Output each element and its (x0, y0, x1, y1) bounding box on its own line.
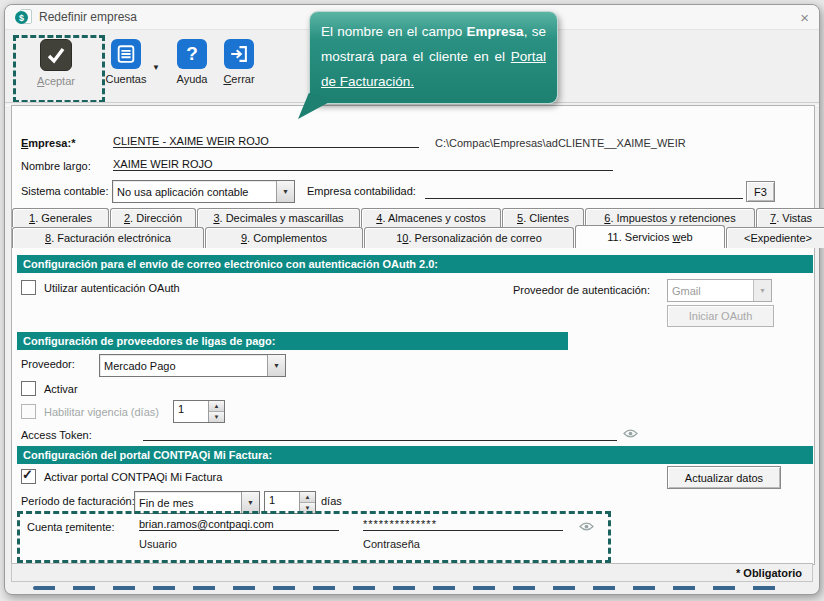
empresa-contabilidad-label: Empresa contabilidad: (307, 185, 416, 197)
tab-label: 9. Complementos (241, 232, 327, 244)
tab-servicios-web[interactable]: 11. Servicios web (575, 225, 725, 248)
sistema-contable-label: Sistema contable: (21, 185, 108, 197)
iniciar-oauth-button: Iniciar OAuth (667, 305, 774, 327)
aceptar-label: Aceptar (37, 75, 75, 87)
tab-label: 8. Facturación electrónica (45, 232, 171, 244)
habilitar-vigencia-row: Habilitar vigencia (días) (21, 404, 159, 419)
bottom-dashed-annotation (33, 586, 791, 590)
tab-label: 2. Dirección (124, 212, 182, 224)
contrasena-input[interactable]: ************** (363, 518, 563, 531)
show-token-eye-icon[interactable] (623, 428, 638, 439)
spinner-up-icon[interactable]: ▲ (300, 492, 315, 503)
tab-label: 3. Decimales y mascarillas (213, 212, 343, 224)
contrasena-label: Contraseña (363, 538, 420, 550)
proveedor-value: Mercado Pago (100, 360, 267, 372)
tab-label: 7. Vistas (770, 212, 812, 224)
tab-decimales-mascarillas[interactable]: 3. Decimales y mascarillas (197, 208, 360, 227)
spinner-down-icon[interactable]: ▼ (209, 412, 224, 422)
activar-portal-checkbox[interactable] (21, 469, 36, 484)
aceptar-button[interactable]: Aceptar (21, 39, 91, 87)
tab-personalizacion-correo[interactable]: 10. Personalización de correo (364, 227, 574, 248)
status-bar: * Obligatorio (11, 563, 813, 582)
spinner-up-icon[interactable]: ▲ (209, 401, 224, 412)
spinner-buttons[interactable]: ▲▼ (299, 492, 315, 513)
chevron-down-icon[interactable]: ▼ (276, 181, 294, 202)
tab-expediente[interactable]: <Expediente> (726, 227, 824, 248)
proveedor-label: Proveedor: (21, 358, 75, 370)
cuenta-remitente-label: Cuenta remitente: (27, 521, 114, 533)
access-token-input[interactable] (143, 425, 617, 441)
tab-complementos[interactable]: 9. Complementos (205, 227, 363, 248)
payment-section-header: Configuración de proveedores de ligas de… (17, 332, 568, 350)
utilizar-oauth-row: Utilizar autenticación OAuth (21, 280, 180, 295)
redefinir-empresa-window: $ Redefinir empresa × Aceptar Cuentas ▼ … (4, 4, 820, 595)
ayuda-label: Ayuda (177, 73, 208, 85)
sistema-contable-select[interactable]: No usa aplicación contable ▼ (112, 180, 295, 203)
proveedor-autenticacion-label: Proveedor de autenticación: (513, 284, 650, 296)
vigencia-value: 1 (174, 401, 208, 422)
obligatorio-note: * Obligatorio (736, 567, 802, 579)
tab-label: 6. Impuestos y retenciones (604, 212, 735, 224)
empresa-input[interactable]: CLIENTE - XAIME WEIR ROJO (113, 135, 419, 148)
utilizar-oauth-checkbox[interactable] (21, 280, 36, 295)
spinner-buttons[interactable]: ▲▼ (208, 401, 224, 422)
tab-almacenes-costos[interactable]: 4. Almacenes y costos (361, 208, 501, 227)
empresa-tooltip: El nombre en el campo Empresa, se mostra… (309, 11, 558, 104)
cerrar-button[interactable]: Cerrar (204, 39, 274, 85)
tab-label: 1. Generales (29, 212, 92, 224)
nombre-largo-input[interactable]: XAIME WEIR ROJO (113, 158, 613, 171)
accept-check-icon (40, 39, 72, 71)
chevron-down-icon: ▼ (753, 280, 771, 301)
activar-portal-label: Activar portal CONTPAQi Mi Factura (44, 471, 222, 483)
close-door-icon (224, 39, 254, 69)
access-token-label: Access Token: (21, 429, 92, 441)
chevron-down-icon[interactable]: ▼ (267, 355, 285, 376)
dias-label: días (321, 495, 342, 507)
show-password-eye-icon[interactable] (579, 521, 594, 532)
oauth-section-header: Configuración para el envío de correo el… (17, 255, 813, 273)
tooltip-empresa-bold: Empresa (467, 24, 524, 39)
dias-value: 1 (265, 492, 299, 513)
tab-row-2: 8. Facturación electrónica 9. Complement… (12, 227, 824, 248)
tab-label: 5. Clientes (517, 212, 569, 224)
habilitar-vigencia-label: Habilitar vigencia (días) (44, 406, 159, 418)
activar-label: Activar (44, 383, 78, 395)
proveedor-autenticacion-select: Gmail ▼ (667, 279, 772, 302)
tab-clientes[interactable]: 5. Clientes (502, 208, 584, 227)
tab-generales[interactable]: 1. Generales (12, 208, 109, 227)
portal-section-header: Configuración del portal CONTPAQi Mi Fac… (17, 446, 813, 464)
tab-label: <Expediente> (744, 232, 812, 244)
tab-vistas[interactable]: 7. Vistas (756, 208, 824, 227)
proveedor-autenticacion-value: Gmail (668, 285, 753, 297)
app-icon: $ (15, 9, 31, 25)
window-title: Redefinir empresa (39, 10, 137, 24)
activar-portal-row: Activar portal CONTPAQi Mi Factura (21, 469, 222, 484)
help-icon: ? (177, 39, 207, 69)
usuario-label: Usuario (139, 538, 177, 550)
f3-button[interactable]: F3 (746, 181, 775, 202)
cuentas-button[interactable]: Cuentas (91, 39, 161, 85)
tab-label: 11. Servicios web (607, 231, 692, 243)
tooltip-text: El nombre en el campo Empresa, se mostra… (321, 19, 546, 94)
activar-checkbox[interactable] (21, 381, 36, 396)
activar-row: Activar (21, 381, 78, 396)
actualizar-datos-button[interactable]: Actualizar datos (667, 466, 781, 489)
app-icon-circle: $ (15, 11, 28, 24)
proveedor-select[interactable]: Mercado Pago ▼ (99, 354, 286, 377)
tab-facturacion-electronica[interactable]: 8. Facturación electrónica (12, 227, 204, 248)
empresa-label: Empresa:* (21, 137, 75, 149)
accounts-list-icon (111, 39, 141, 69)
nombre-largo-label: Nombre largo: (21, 160, 91, 172)
sistema-contable-value: No usa aplicación contable (113, 186, 276, 198)
utilizar-oauth-label: Utilizar autenticación OAuth (44, 282, 180, 294)
vigencia-spinner[interactable]: 1 ▲▼ (173, 400, 225, 423)
close-icon[interactable]: × (800, 10, 809, 25)
periodo-facturacion-value: Fin de mes (135, 497, 241, 509)
empresa-contabilidad-input[interactable] (425, 181, 743, 199)
tooltip-text-part: El nombre en el campo (321, 24, 467, 39)
cerrar-label: Cerrar (223, 73, 254, 85)
usuario-input[interactable]: brian.ramos@contpaqi.com (139, 518, 339, 531)
chevron-down-icon[interactable]: ▼ (241, 492, 259, 513)
tab-direccion[interactable]: 2. Dirección (110, 208, 196, 227)
empresa-path: C:\Compac\Empresas\adCLIENTE__XAIME_WEIR (435, 137, 686, 149)
